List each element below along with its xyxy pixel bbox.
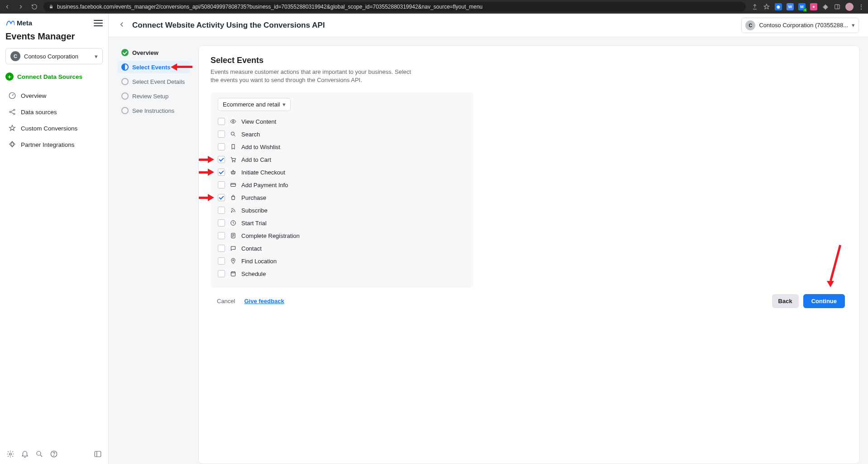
- event-checkbox[interactable]: [218, 219, 225, 227]
- back-button[interactable]: Back: [772, 294, 799, 308]
- nav-overview[interactable]: Overview: [5, 88, 103, 103]
- event-checkbox[interactable]: [218, 194, 225, 201]
- step-see-instructions[interactable]: See Instructions: [118, 104, 190, 117]
- svg-point-11: [231, 132, 234, 135]
- main-header: Connect Website Activity Using the Conve…: [109, 14, 868, 37]
- step-select-event-details[interactable]: Select Event Details: [118, 75, 190, 88]
- business-initial-badge: C: [745, 20, 755, 30]
- svg-rect-19: [231, 272, 235, 276]
- extension-icon[interactable]: M4: [798, 3, 806, 10]
- company-selector[interactable]: C Contoso Corporation ▾: [5, 48, 103, 64]
- pin-icon: [230, 257, 237, 265]
- step-review-setup[interactable]: Review Setup: [118, 90, 190, 102]
- star-outline-icon: [8, 124, 16, 132]
- share-icon[interactable]: [751, 3, 758, 10]
- event-label: Find Location: [241, 258, 277, 265]
- extension-icon[interactable]: W: [786, 3, 794, 10]
- eye-icon: [230, 118, 237, 125]
- extension-icon[interactable]: ◉: [775, 3, 782, 10]
- business-switcher[interactable]: C Contoso Corporation (70355288... ▾: [741, 18, 859, 33]
- card-footer: Cancel Give feedback Back Continue: [211, 288, 848, 315]
- event-label: Search: [241, 131, 260, 138]
- event-checkbox[interactable]: [218, 130, 225, 138]
- rss-icon: [230, 207, 237, 214]
- plus-icon: +: [5, 72, 14, 81]
- step-status-icon: [121, 107, 129, 114]
- event-label: Add to Cart: [241, 156, 271, 163]
- svg-rect-9: [95, 451, 101, 457]
- star-icon[interactable]: [763, 3, 770, 10]
- svg-point-15: [231, 212, 232, 213]
- nav-data-sources[interactable]: Data sources: [5, 104, 103, 120]
- extensions-puzzle-icon[interactable]: [822, 3, 829, 10]
- hamburger-menu-button[interactable]: [94, 20, 103, 26]
- bell-icon[interactable]: [21, 450, 29, 459]
- feedback-link[interactable]: Give feedback: [242, 295, 286, 307]
- svg-point-12: [232, 161, 233, 162]
- events-panel: Ecommerce and retail ▾ View ContentSearc…: [211, 92, 473, 288]
- basket-icon: [230, 169, 237, 176]
- event-checkbox[interactable]: [218, 257, 225, 265]
- continue-button[interactable]: Continue: [803, 294, 845, 308]
- diamond-icon: [8, 140, 16, 149]
- event-label: Purchase: [241, 194, 266, 201]
- profile-avatar[interactable]: [845, 3, 854, 11]
- browser-forward-button[interactable]: [17, 3, 24, 10]
- annotation-arrow-continue: [827, 244, 834, 291]
- svg-rect-0: [835, 5, 840, 9]
- step-status-icon: [121, 49, 129, 56]
- svg-point-5: [10, 453, 12, 455]
- event-row-schedule: Schedule: [218, 269, 466, 279]
- browser-url-bar[interactable]: business.facebook.com/events_manager2/co…: [43, 2, 746, 12]
- extension-icon[interactable]: ●: [810, 3, 817, 10]
- svg-point-13: [235, 161, 235, 162]
- chevron-down-icon: ▾: [95, 53, 98, 60]
- browser-back-button[interactable]: [4, 3, 11, 10]
- connect-data-sources-link[interactable]: + Connect Data Sources: [5, 72, 103, 81]
- event-row-add-payment-info: Add Payment Info: [218, 180, 466, 190]
- search-icon[interactable]: [35, 450, 43, 459]
- connect-label: Connect Data Sources: [17, 73, 82, 80]
- help-icon[interactable]: [50, 450, 58, 459]
- header-back-button[interactable]: [118, 20, 126, 30]
- step-label: Select Events: [132, 64, 171, 71]
- step-overview[interactable]: Overview: [118, 46, 190, 59]
- event-checkbox[interactable]: [218, 245, 225, 252]
- form-icon: [230, 232, 237, 239]
- content-description: Events measure customer actions that are…: [211, 68, 419, 84]
- event-row-start-trial: Start Trial: [218, 218, 466, 228]
- event-checkbox[interactable]: [218, 232, 225, 239]
- event-checkbox[interactable]: [218, 143, 225, 150]
- event-row-purchase: Purchase: [218, 193, 466, 203]
- category-selector[interactable]: Ecommerce and retail ▾: [218, 98, 291, 111]
- svg-point-4: [14, 113, 15, 115]
- card-icon: [230, 181, 237, 188]
- meta-logo: Meta: [5, 19, 32, 27]
- chevron-down-icon: ▾: [283, 101, 286, 108]
- sidebar-title: Events Manager: [5, 31, 103, 42]
- browser-menu-icon[interactable]: ⋮: [858, 4, 864, 10]
- page-title: Connect Website Activity Using the Conve…: [132, 21, 325, 30]
- step-label: Review Setup: [132, 93, 168, 100]
- content-title: Select Events: [211, 56, 848, 65]
- gear-icon[interactable]: [6, 450, 14, 459]
- browser-refresh-button[interactable]: [31, 3, 38, 10]
- event-checkbox[interactable]: [218, 207, 225, 214]
- nav-custom-conversions[interactable]: Custom Conversions: [5, 121, 103, 136]
- annotation-arrow-event: [198, 156, 214, 163]
- panel-icon[interactable]: [834, 3, 841, 10]
- company-name: Contoso Corporation: [24, 53, 78, 60]
- cancel-button[interactable]: Cancel: [213, 295, 239, 307]
- nav-label: Overview: [21, 92, 46, 99]
- annotation-arrow-event: [198, 194, 214, 201]
- event-checkbox[interactable]: [218, 118, 225, 125]
- event-checkbox[interactable]: [218, 156, 225, 163]
- event-checkbox[interactable]: [218, 181, 225, 188]
- nav-partner-integrations[interactable]: Partner Integrations: [5, 137, 103, 152]
- event-label: Contact: [241, 245, 262, 252]
- step-select-events[interactable]: Select Events: [118, 61, 190, 73]
- event-checkbox[interactable]: [218, 270, 225, 277]
- sidebar-toggle-icon[interactable]: [94, 450, 102, 459]
- event-checkbox[interactable]: [218, 169, 225, 176]
- event-label: Start Trial: [241, 220, 267, 227]
